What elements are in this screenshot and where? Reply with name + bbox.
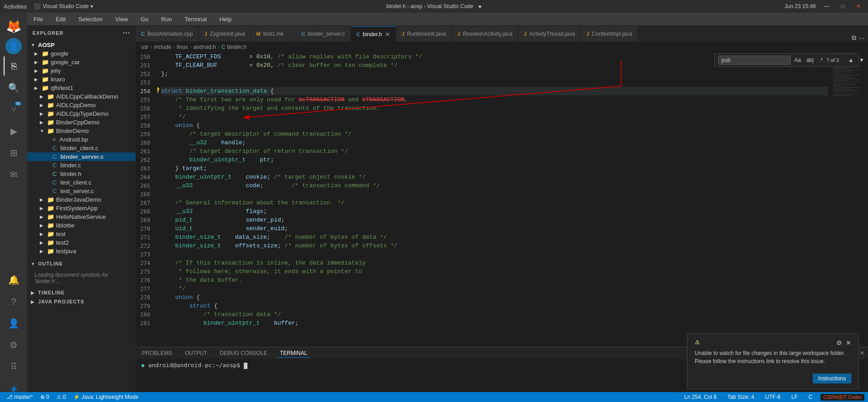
- tree-item-google[interactable]: ▶📁google: [27, 49, 136, 58]
- tree-item-first-system[interactable]: ▶📁FirstSystemApp: [27, 204, 136, 213]
- tree-item-android-bp[interactable]: ≡Android.bp: [27, 135, 136, 144]
- code-line-268: __u32 flags;: [161, 207, 828, 216]
- tab-activity-thread[interactable]: J ActivityThread.java: [518, 26, 581, 42]
- tab-binder-server-c[interactable]: C binder_server.c: [296, 26, 351, 42]
- chat-icon[interactable]: 🔔: [4, 270, 24, 290]
- terminal-close-icon[interactable]: ✕: [860, 350, 864, 356]
- find-next-button[interactable]: ▼: [857, 56, 866, 64]
- notification-settings-button[interactable]: ⚙: [836, 339, 842, 346]
- menu-view[interactable]: View: [113, 15, 131, 24]
- tree-item-binder-java[interactable]: ▶📁BinderJavaDemo: [27, 195, 136, 204]
- menu-run[interactable]: Run: [158, 15, 175, 24]
- status-tab-size[interactable]: Tab Size: 4: [725, 394, 757, 400]
- vscode-dropdown[interactable]: ⬛ Visual Studio Code ▾: [34, 3, 93, 9]
- tree-item-hello-native[interactable]: ▶📁HelloNativeService: [27, 213, 136, 221]
- tab-context-impl[interactable]: J ContextImpl.java: [581, 26, 638, 42]
- tab-runtime-init[interactable]: J RuntimeInit.java: [396, 26, 452, 42]
- find-search-input[interactable]: [718, 56, 791, 65]
- run-debug-icon[interactable]: ▶: [4, 121, 24, 141]
- firefox-icon[interactable]: 🦊: [4, 16, 24, 36]
- code-editor[interactable]: TF_ACCEPT_FDS = 0x10, /* allow replies w…: [157, 52, 832, 347]
- tree-item-binder-server-c[interactable]: Cbinder_server.c: [27, 152, 136, 161]
- tree-item-aosp[interactable]: ▼ AOSP: [27, 41, 136, 49]
- terminal-tab-terminal[interactable]: TERMINAL: [277, 349, 310, 358]
- ln-272: 272: [136, 241, 154, 250]
- status-java-mode[interactable]: ⚡ Java: Lightweight Mode: [71, 394, 141, 400]
- tree-item-binder-c[interactable]: Cbinder.c: [27, 161, 136, 170]
- minimize-button[interactable]: —: [821, 3, 833, 9]
- tree-item-google-car[interactable]: ▶📁google_car: [27, 58, 136, 66]
- instructions-button[interactable]: Instructions: [813, 374, 851, 383]
- find-match-case-button[interactable]: Aa: [792, 56, 803, 64]
- code-line-279: struct {: [161, 302, 828, 310]
- tree-item-liblottie[interactable]: ▶📁liblottie: [27, 221, 136, 230]
- tree-item-test2[interactable]: ▶📁test2: [27, 238, 136, 247]
- notification-title: ⚠: [695, 339, 700, 345]
- tab-resolver-activity[interactable]: J ResolverActivity.java: [452, 26, 518, 42]
- timeline-section-header[interactable]: ▶ TIMELINE: [27, 288, 136, 297]
- tree-item-qfh[interactable]: ▶📁qfh/test1: [27, 84, 136, 92]
- tree-item-binder-h[interactable]: Cbinder.h: [27, 170, 136, 178]
- tree-item-test[interactable]: ▶📁test: [27, 230, 136, 238]
- outline-header[interactable]: ▼ OUTLINE: [27, 259, 136, 268]
- status-eol[interactable]: LF: [789, 394, 801, 400]
- more-tabs-icon[interactable]: ···: [859, 34, 864, 42]
- tab-boot-animation[interactable]: C BootAnimation.cpp: [136, 26, 199, 42]
- sidebar-more-button[interactable]: ···: [123, 29, 130, 37]
- menu-terminal[interactable]: Terminal: [182, 15, 209, 24]
- tree-item-aidl-type[interactable]: ▶📁AIDLCppTypeDemo: [27, 109, 136, 118]
- grid-icon[interactable]: ⠿: [4, 357, 24, 377]
- question-icon[interactable]: ?: [4, 292, 24, 312]
- menu-file[interactable]: File: [31, 15, 46, 24]
- explorer-icon[interactable]: ⎘: [4, 56, 24, 76]
- tree-item-test-server-c[interactable]: Ctest_server.c: [27, 187, 136, 195]
- tab-binder-h[interactable]: C binder.h ✕: [351, 26, 396, 42]
- m-file-icon: M: [256, 31, 261, 37]
- status-csdn[interactable]: CSDN优IT Coder: [821, 394, 864, 401]
- menu-go[interactable]: Go: [138, 15, 151, 24]
- menu-edit[interactable]: Edit: [53, 15, 68, 24]
- menu-selection[interactable]: Selection: [76, 15, 105, 24]
- tree-item-binder-demo[interactable]: ▼📁BinderDemo: [27, 127, 136, 135]
- account-icon[interactable]: 👤: [5, 38, 22, 54]
- status-line-col[interactable]: Ln 254, Col 8: [682, 394, 719, 400]
- split-editor-icon[interactable]: ⧉: [852, 34, 856, 42]
- outline-text: Loading document symbols for 'binder.h'.…: [27, 268, 136, 288]
- status-errors[interactable]: ⊗ 0: [38, 394, 52, 400]
- source-control-icon[interactable]: ⑂ 95: [4, 99, 24, 119]
- tab-test1-mk[interactable]: M test1.mk: [251, 26, 296, 42]
- person-icon[interactable]: 👤: [4, 313, 24, 333]
- settings-icon[interactable]: ⚙: [4, 335, 24, 355]
- code-line-278: union {: [161, 293, 828, 302]
- terminal-tab-debug-console[interactable]: DEBUG CONSOLE: [217, 349, 270, 357]
- status-left: ⎇ master* ⊗ 0 ⚠ 0 ⚡ Java: Lightweight Mo…: [4, 394, 141, 400]
- find-prev-button[interactable]: ▲: [846, 56, 855, 64]
- java-projects-section-header[interactable]: ▶ JAVA PROJECTS: [27, 297, 136, 306]
- tree-item-aidl-callback[interactable]: ▶📁AIDLCppCallbackDemo: [27, 92, 136, 101]
- terminal-tab-problems[interactable]: PROBLEMS: [139, 349, 175, 357]
- close-button[interactable]: ✕: [853, 3, 864, 9]
- notification-close-button[interactable]: ✕: [846, 339, 851, 346]
- status-warnings[interactable]: ⚠ 0: [54, 394, 69, 400]
- tree-item-binder-cpp[interactable]: ▶📁BinderCppDemo: [27, 118, 136, 127]
- search-icon[interactable]: 🔍: [4, 78, 24, 98]
- tree-item-jelly[interactable]: ▶📁jelly: [27, 66, 136, 75]
- terminal-tab-output[interactable]: OUTPUT: [182, 349, 210, 357]
- tree-item-aidl-cpp[interactable]: ▶📁AIDLCppDemo: [27, 101, 136, 109]
- find-regex-button[interactable]: .*: [817, 56, 825, 64]
- tree-item-linaro[interactable]: ▶📁linaro: [27, 75, 136, 84]
- status-encoding[interactable]: UTF-8: [763, 394, 783, 400]
- mail-icon[interactable]: ✉: [4, 165, 24, 184]
- find-whole-word-button[interactable]: ab|: [805, 56, 816, 64]
- code-line-267: /* General information about the transac…: [161, 199, 828, 207]
- tree-item-testjava[interactable]: ▶📁testjava: [27, 247, 136, 255]
- maximize-button[interactable]: □: [838, 3, 848, 9]
- status-language[interactable]: C: [806, 394, 816, 400]
- extensions-icon[interactable]: ⊞: [4, 143, 24, 163]
- status-branch[interactable]: ⎇ master*: [4, 394, 36, 400]
- tree-item-binder-client-c[interactable]: Cbinder_client.c: [27, 144, 136, 152]
- tab-close-binder-h[interactable]: ✕: [385, 31, 390, 38]
- tab-zygote-init[interactable]: J ZygoteInit.java: [199, 26, 251, 42]
- tree-item-test-client-c[interactable]: Ctest_client.c: [27, 178, 136, 187]
- menu-help[interactable]: Help: [217, 15, 234, 24]
